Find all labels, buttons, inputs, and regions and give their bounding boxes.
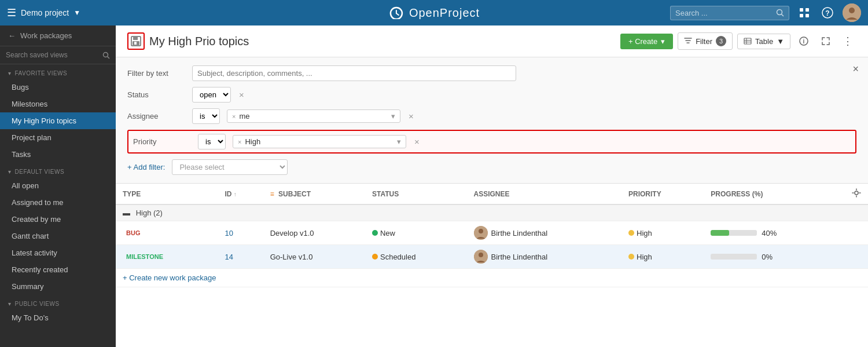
filter-status-remove-button[interactable]: × bbox=[238, 90, 245, 100]
add-filter-button[interactable]: + Add filter: bbox=[127, 163, 165, 171]
column-settings-icon[interactable] bbox=[852, 188, 861, 198]
priority-label: High bbox=[637, 253, 652, 261]
default-views-header: ▾ Default Views bbox=[0, 163, 116, 177]
hamburger-menu[interactable]: ☰ bbox=[7, 6, 16, 19]
filter-priority-remove-button[interactable]: × bbox=[413, 137, 421, 147]
user-avatar[interactable] bbox=[843, 3, 861, 22]
sort-icon: ↑ bbox=[234, 191, 237, 198]
filter-by-text-input[interactable] bbox=[192, 65, 516, 81]
chevron-down-icon-3[interactable]: ▾ bbox=[8, 301, 12, 307]
global-search-input[interactable] bbox=[675, 9, 773, 17]
filter-assignee-remove-button[interactable]: × bbox=[407, 111, 415, 121]
table-group-row: ▬ High (2) bbox=[116, 204, 868, 221]
status-dot-new bbox=[372, 230, 378, 236]
sidebar-item-latest-activity[interactable]: Latest activity bbox=[0, 244, 116, 261]
filter-button[interactable]: Filter 3 bbox=[678, 32, 733, 50]
work-package-id-link[interactable]: 14 bbox=[225, 253, 233, 261]
col-priority[interactable]: PRIORITY bbox=[621, 184, 704, 204]
chevron-down-icon[interactable]: ▾ bbox=[8, 70, 12, 76]
back-arrow-icon: ← bbox=[8, 31, 16, 40]
col-subject: ≡ SUBJECT bbox=[263, 184, 365, 204]
cell-assignee: Birthe Lindenthal bbox=[467, 245, 622, 269]
progress-bar bbox=[711, 230, 757, 236]
col-status[interactable]: STATUS bbox=[365, 184, 467, 204]
page-title-wrapper: My High Prio topics bbox=[127, 32, 613, 50]
cell-row-actions bbox=[845, 221, 868, 245]
filter-priority-tag-remove[interactable]: × bbox=[238, 138, 241, 145]
grid-apps-icon[interactable] bbox=[796, 5, 812, 21]
header-actions: + Create ▾ Filter 3 bbox=[620, 32, 856, 50]
filter-assignee-operator[interactable]: is bbox=[192, 108, 220, 124]
filter-priority-operator[interactable]: is bbox=[198, 134, 226, 149]
filter-assignee-dropdown-arrow[interactable]: ▾ bbox=[391, 112, 395, 120]
project-dropdown-arrow[interactable]: ▼ bbox=[73, 9, 80, 17]
work-package-id-link[interactable]: 10 bbox=[225, 229, 233, 238]
chevron-down-icon-2[interactable]: ▾ bbox=[8, 169, 12, 175]
cell-id[interactable]: 14 bbox=[218, 245, 263, 269]
sidebar-item-tasks[interactable]: Tasks bbox=[0, 146, 116, 163]
create-new-work-package-button[interactable]: + Create new work package bbox=[116, 269, 868, 287]
svg-rect-13 bbox=[133, 36, 138, 40]
search-icon bbox=[776, 9, 784, 17]
filter-status-operator[interactable]: open bbox=[192, 87, 231, 103]
sidebar-item-summary[interactable]: Summary bbox=[0, 278, 116, 295]
sidebar-item-all-open[interactable]: All open bbox=[0, 177, 116, 194]
cell-progress: 40% bbox=[704, 221, 845, 245]
info-button[interactable]: i bbox=[795, 32, 812, 50]
sidebar-item-milestones[interactable]: Milestones bbox=[0, 96, 116, 112]
content-area: My High Prio topics + Create ▾ Filter 3 bbox=[116, 25, 868, 347]
group-label: High (2) bbox=[136, 209, 163, 217]
filter-priority-dropdown-arrow[interactable]: ▾ bbox=[397, 137, 401, 146]
svg-point-9 bbox=[849, 8, 855, 13]
col-id[interactable]: ID ↑ bbox=[218, 184, 263, 204]
sidebar-item-bugs[interactable]: Bugs bbox=[0, 79, 116, 96]
svg-rect-5 bbox=[806, 14, 809, 17]
svg-rect-3 bbox=[806, 8, 809, 12]
work-table: TYPE ID ↑ ≡ SUBJECT STATUS ASSIGNEE PRIO… bbox=[116, 184, 868, 287]
col-assignee[interactable]: ASSIGNEE bbox=[467, 184, 622, 204]
create-button[interactable]: + Create ▾ bbox=[620, 34, 673, 49]
col-type[interactable]: TYPE bbox=[116, 184, 218, 204]
group-collapse-icon[interactable]: ▬ bbox=[123, 209, 130, 217]
sidebar-back-button[interactable]: ← Work packages bbox=[0, 25, 116, 46]
sidebar-item-recently-created[interactable]: Recently created bbox=[0, 261, 116, 278]
cell-assignee: Birthe Lindenthal bbox=[467, 221, 622, 245]
more-options-button[interactable]: ⋮ bbox=[839, 32, 856, 50]
info-icon: i bbox=[799, 36, 808, 46]
sidebar-item-my-high-prio[interactable]: My High Prio topics bbox=[0, 112, 116, 129]
sidebar-item-assigned-to-me[interactable]: Assigned to me bbox=[0, 194, 116, 211]
status-dot-scheduled bbox=[372, 254, 378, 260]
sidebar-search-input[interactable] bbox=[6, 51, 99, 59]
project-name[interactable]: Demo project bbox=[21, 8, 69, 17]
save-view-icon-box[interactable] bbox=[127, 32, 145, 50]
cell-id[interactable]: 10 bbox=[218, 221, 263, 245]
priority-label: High bbox=[637, 229, 652, 238]
sidebar-item-project-plan[interactable]: Project plan bbox=[0, 129, 116, 146]
col-settings[interactable] bbox=[845, 184, 868, 204]
sidebar-item-created-by-me[interactable]: Created by me bbox=[0, 211, 116, 228]
sidebar-item-my-todos[interactable]: My To Do's bbox=[0, 309, 116, 326]
sidebar: ← Work packages ▾ Favorite Views Bugs Mi… bbox=[0, 25, 116, 347]
table-view-button[interactable]: Table ▼ bbox=[737, 34, 790, 49]
sidebar-search-box[interactable] bbox=[0, 46, 116, 64]
svg-rect-4 bbox=[800, 14, 803, 17]
expand-icon bbox=[821, 36, 830, 46]
global-search-box[interactable] bbox=[670, 6, 789, 20]
expand-button[interactable] bbox=[817, 32, 834, 50]
status-label: New bbox=[380, 229, 395, 238]
page-header: My High Prio topics + Create ▾ Filter 3 bbox=[116, 25, 868, 57]
close-filter-button[interactable]: × bbox=[852, 63, 859, 75]
help-icon[interactable]: ? bbox=[819, 5, 836, 21]
filter-assignee-tag-remove[interactable]: × bbox=[232, 113, 236, 120]
svg-text:i: i bbox=[803, 38, 805, 45]
favorite-views-header: ▾ Favorite Views bbox=[0, 64, 116, 79]
add-filter-select[interactable]: Please select bbox=[172, 159, 288, 175]
create-dropdown-arrow: ▾ bbox=[661, 37, 665, 46]
type-badge-milestone: MILESTONE bbox=[123, 252, 167, 261]
create-new-work-package-row[interactable]: + Create new work package bbox=[116, 269, 868, 287]
sidebar-item-gantt-chart[interactable]: Gantt chart bbox=[0, 228, 116, 244]
cell-progress: 0% bbox=[704, 245, 845, 269]
cell-priority: High bbox=[621, 245, 704, 269]
col-progress[interactable]: PROGRESS (%) bbox=[704, 184, 845, 204]
more-options-icon: ⋮ bbox=[843, 35, 854, 48]
